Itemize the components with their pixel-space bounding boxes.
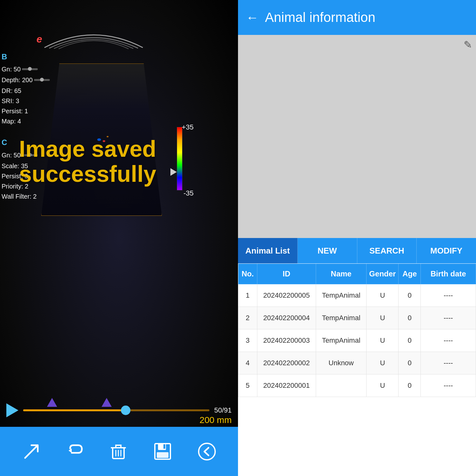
cell-gender: U bbox=[367, 352, 399, 374]
frame-count: 50/91 bbox=[214, 406, 232, 414]
table-row[interactable]: 2 202402200004 TempAnimal U 0 ---- bbox=[238, 307, 476, 329]
right-panel: ← Animal information ✎ Animal List NEW S… bbox=[238, 0, 476, 476]
animal-table: No. ID Name Gender Age Birth date 1 2024… bbox=[238, 263, 476, 397]
progress-thumb[interactable] bbox=[121, 406, 130, 415]
col-header-no: No. bbox=[238, 264, 257, 284]
bottom-toolbar bbox=[0, 427, 238, 476]
modify-button[interactable]: MODIFY bbox=[417, 238, 476, 263]
col-header-id: ID bbox=[257, 264, 316, 284]
col-header-age: Age bbox=[399, 264, 421, 284]
cell-id: 202402200001 bbox=[257, 374, 316, 397]
panel-title: Animal information bbox=[265, 10, 468, 25]
cell-birth: ---- bbox=[421, 374, 476, 397]
cell-name: TempAnimal bbox=[316, 284, 367, 307]
svg-point-12 bbox=[199, 443, 215, 460]
search-button[interactable]: SEARCH bbox=[357, 238, 417, 263]
cell-birth: ---- bbox=[421, 284, 476, 307]
left-panel: e B Gn: 50 Depth: 200 DR: 65 SRI: 3 Pers… bbox=[0, 0, 238, 476]
animal-table-container[interactable]: No. ID Name Gender Age Birth date 1 2024… bbox=[238, 263, 476, 476]
colorbar-top-label: +35 bbox=[182, 123, 194, 131]
marker-left bbox=[47, 398, 57, 407]
animal-list-button[interactable]: Animal List bbox=[238, 238, 298, 263]
preview-area: ✎ bbox=[238, 35, 476, 238]
panel-header: ← Animal information bbox=[238, 0, 476, 35]
cell-age: 0 bbox=[399, 352, 421, 374]
col-header-name: Name bbox=[316, 264, 367, 284]
gn-c-label: Gn: 50 bbox=[2, 150, 21, 160]
cell-name: TempAnimal bbox=[316, 329, 367, 352]
table-row[interactable]: 4 202402200002 Unknow U 0 ---- bbox=[238, 352, 476, 374]
probe-arc-lines bbox=[38, 25, 149, 51]
svg-rect-10 bbox=[157, 452, 169, 458]
save-button[interactable] bbox=[152, 441, 173, 462]
edit-icon-button[interactable]: ✎ bbox=[464, 39, 472, 51]
playback-controls: 50/91 bbox=[6, 403, 232, 417]
table-row[interactable]: 3 202402200003 TempAnimal U 0 ---- bbox=[238, 329, 476, 352]
new-button[interactable]: NEW bbox=[298, 238, 357, 263]
progress-track[interactable] bbox=[23, 409, 209, 411]
arrow-indicator bbox=[170, 168, 177, 176]
svg-rect-11 bbox=[163, 444, 165, 449]
col-header-birth: Birth date bbox=[421, 264, 476, 284]
cell-id: 202402200002 bbox=[257, 352, 316, 374]
cell-gender: U bbox=[367, 374, 399, 397]
cell-gender: U bbox=[367, 307, 399, 329]
gn-b-slider[interactable] bbox=[22, 68, 38, 70]
cell-no: 4 bbox=[238, 352, 257, 374]
depth-mm-label: 200 mm bbox=[200, 415, 232, 425]
mode-b-label: B bbox=[2, 51, 50, 63]
cell-no: 5 bbox=[238, 374, 257, 397]
table-header-row: No. ID Name Gender Age Birth date bbox=[238, 264, 476, 284]
back-arrow-button[interactable]: ← bbox=[246, 10, 259, 25]
back-button[interactable] bbox=[197, 442, 216, 461]
progress-fill bbox=[23, 409, 126, 411]
cell-id: 202402200005 bbox=[257, 284, 316, 307]
table-row[interactable]: 1 202402200005 TempAnimal U 0 ---- bbox=[238, 284, 476, 307]
export-button[interactable] bbox=[22, 442, 41, 461]
cell-no: 3 bbox=[238, 329, 257, 352]
cell-age: 0 bbox=[399, 374, 421, 397]
image-saved-message: Image saved successfully bbox=[19, 136, 156, 187]
cell-age: 0 bbox=[399, 284, 421, 307]
e-marker: e bbox=[36, 33, 42, 45]
cell-no: 2 bbox=[238, 307, 257, 329]
play-button[interactable] bbox=[6, 403, 18, 417]
cell-name: TempAnimal bbox=[316, 307, 367, 329]
gn-b-label: Gn: 50 bbox=[2, 64, 21, 74]
cell-name bbox=[316, 374, 367, 397]
cell-age: 0 bbox=[399, 329, 421, 352]
marker-right bbox=[102, 398, 112, 407]
cell-id: 202402200003 bbox=[257, 329, 316, 352]
cell-gender: U bbox=[367, 284, 399, 307]
cell-id: 202402200004 bbox=[257, 307, 316, 329]
colorbar bbox=[177, 127, 182, 190]
cell-birth: ---- bbox=[421, 329, 476, 352]
cell-gender: U bbox=[367, 329, 399, 352]
table-row[interactable]: 5 202402200001 U 0 ---- bbox=[238, 374, 476, 397]
cell-birth: ---- bbox=[421, 352, 476, 374]
delete-button[interactable] bbox=[109, 442, 128, 461]
action-buttons-row: Animal List NEW SEARCH MODIFY bbox=[238, 238, 476, 263]
depth-label-control: Depth: 200 bbox=[2, 75, 33, 85]
cell-name: Unknow bbox=[316, 352, 367, 374]
colorbar-bottom-label: -35 bbox=[183, 189, 194, 197]
undo-button[interactable] bbox=[65, 442, 84, 461]
col-header-gender: Gender bbox=[367, 264, 399, 284]
cell-age: 0 bbox=[399, 307, 421, 329]
cell-no: 1 bbox=[238, 284, 257, 307]
cell-birth: ---- bbox=[421, 307, 476, 329]
